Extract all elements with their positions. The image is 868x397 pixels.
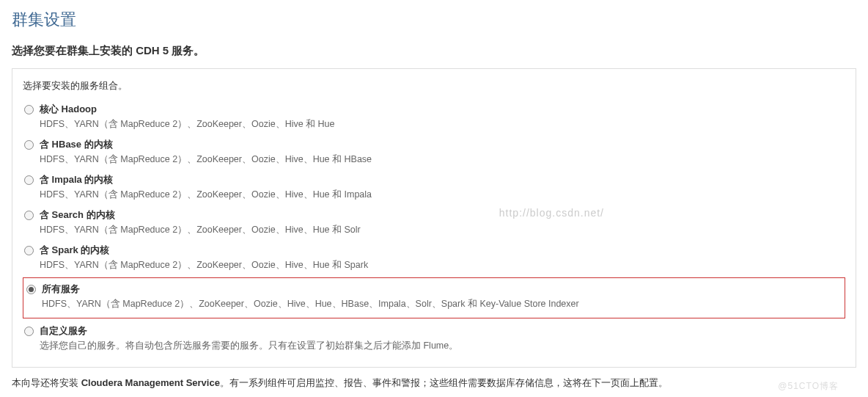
option-all-services[interactable]: 所有服务 HDFS、YARN（含 MapReduce 2）、ZooKeeper、…: [23, 277, 845, 318]
footer-bold: Cloudera Management Service: [81, 377, 220, 388]
option-custom[interactable]: 自定义服务 选择您自己的服务。将自动包含所选服务需要的服务。只有在设置了初始群集…: [23, 321, 845, 357]
radio-with-search[interactable]: [24, 211, 34, 220]
radio-with-impala[interactable]: [24, 175, 34, 185]
option-desc: HDFS、YARN（含 MapReduce 2）、ZooKeeper、Oozie…: [42, 298, 842, 310]
option-desc: HDFS、YARN（含 MapReduce 2）、ZooKeeper、Oozie…: [40, 118, 844, 131]
subtitle-bold: CDH 5: [136, 44, 169, 57]
subtitle-prefix: 选择您要在群集上安装的: [12, 44, 136, 57]
option-desc: 选择您自己的服务。将自动包含所选服务需要的服务。只有在设置了初始群集之后才能添加…: [40, 340, 844, 352]
service-panel: 选择要安装的服务组合。 核心 Hadoop HDFS、YARN（含 MapRed…: [12, 68, 856, 368]
subtitle-suffix: 服务。: [169, 44, 205, 57]
footer-suffix: 。有一系列组件可启用监控、报告、事件和警报；这些组件需要数据库存储信息，这将在下…: [220, 377, 668, 388]
option-title: 含 Search 的内核: [40, 208, 844, 222]
option-core-hadoop[interactable]: 核心 Hadoop HDFS、YARN（含 MapReduce 2）、ZooKe…: [23, 100, 845, 135]
radio-with-hbase[interactable]: [24, 140, 34, 150]
option-desc: HDFS、YARN（含 MapReduce 2）、ZooKeeper、Oozie…: [40, 189, 844, 201]
option-title: 含 Impala 的内核: [40, 173, 844, 186]
option-title: 含 Spark 的内核: [40, 244, 844, 257]
option-desc: HDFS、YARN（含 MapReduce 2）、ZooKeeper、Oozie…: [40, 259, 844, 272]
radio-with-spark[interactable]: [24, 246, 34, 255]
footer-prefix: 本向导还将安装: [12, 377, 81, 388]
option-title: 核心 Hadoop: [40, 103, 844, 116]
option-title: 含 HBase 的内核: [40, 138, 844, 151]
subtitle: 选择您要在群集上安装的 CDH 5 服务。: [0, 38, 868, 68]
option-with-spark[interactable]: 含 Spark 的内核 HDFS、YARN（含 MapReduce 2）、Zoo…: [23, 241, 845, 276]
page-title: 群集设置: [0, 0, 868, 38]
option-with-search[interactable]: 含 Search 的内核 HDFS、YARN（含 MapReduce 2）、Zo…: [23, 205, 845, 241]
option-desc: HDFS、YARN（含 MapReduce 2）、ZooKeeper、Oozie…: [40, 153, 844, 166]
panel-intro: 选择要安装的服务组合。: [23, 79, 845, 92]
option-group: 核心 Hadoop HDFS、YARN（含 MapReduce 2）、ZooKe…: [23, 100, 845, 357]
radio-all-services[interactable]: [26, 285, 36, 294]
option-title: 自定义服务: [40, 324, 844, 338]
option-with-hbase[interactable]: 含 HBase 的内核 HDFS、YARN（含 MapReduce 2）、Zoo…: [23, 135, 845, 170]
footer-note: 本向导还将安装 Cloudera Management Service。有一系列…: [0, 368, 868, 396]
radio-custom[interactable]: [24, 327, 34, 336]
option-with-impala[interactable]: 含 Impala 的内核 HDFS、YARN（含 MapReduce 2）、Zo…: [23, 170, 845, 205]
option-title: 所有服务: [42, 283, 842, 296]
option-desc: HDFS、YARN（含 MapReduce 2）、ZooKeeper、Oozie…: [40, 224, 844, 236]
radio-core-hadoop[interactable]: [24, 105, 34, 114]
